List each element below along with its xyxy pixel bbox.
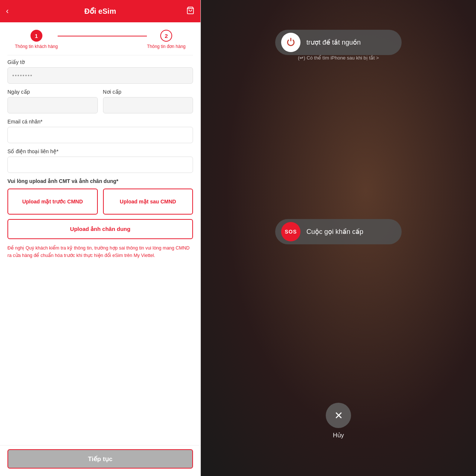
step-2-circle: 2 (160, 30, 172, 42)
left-panel: ‹ Đổi eSim 1 Thông tin khách hàng 2 Thôn… (0, 0, 201, 476)
sos-text: Cuộc gọi khẩn cấp (306, 228, 363, 236)
step-1: 1 Thông tin khách hàng (15, 30, 58, 49)
continue-button[interactable]: Tiếp tục (7, 449, 193, 469)
step-2-label: Thông tin đơn hàng (147, 44, 186, 49)
date-place-row: Ngày cấp Nơi cấp (7, 89, 193, 119)
giay-to-label: Giấy tờ (7, 59, 193, 65)
email-group: Email cá nhân* (7, 119, 193, 143)
back-button[interactable]: ‹ (6, 6, 9, 16)
noi-cap-label: Nơi cấp (103, 89, 193, 95)
app-header: ‹ Đổi eSim (0, 0, 200, 22)
sos-icon-circle: SOS (281, 222, 300, 241)
noi-cap-input[interactable] (103, 97, 193, 113)
giay-to-input[interactable] (7, 67, 193, 84)
power-slider[interactable]: trượt để tắt nguồn (275, 30, 402, 55)
cancel-label: Hủy (333, 432, 344, 439)
sos-slider[interactable]: SOS Cuộc gọi khẩn cấp (275, 219, 402, 244)
phone-input[interactable] (7, 157, 193, 173)
phone-group: Số điện thoại liên hệ* (7, 148, 193, 173)
header-title: Đổi eSim (84, 7, 116, 16)
email-input[interactable] (7, 127, 193, 143)
cancel-button[interactable]: ✕ (326, 403, 351, 428)
power-text: trượt để tắt nguồn (306, 38, 361, 46)
find-iphone-text[interactable]: (↫) Có thể tìm iPhone sau khi bị tắt > (298, 55, 379, 61)
right-panel: trượt để tắt nguồn (↫) Có thể tìm iPhone… (201, 0, 476, 476)
giay-to-group: Giấy tờ (7, 59, 193, 84)
power-section: trượt để tắt nguồn (↫) Có thể tìm iPhone… (275, 30, 402, 61)
phone-label: Số điện thoại liên hệ* (7, 148, 193, 154)
cancel-section: ✕ Hủy (326, 403, 351, 439)
upload-row: Upload mặt trước CMND Upload mặt sau CMN… (7, 189, 193, 215)
step-2: 2 Thông tin đơn hàng (147, 30, 186, 49)
noi-cap-group: Nơi cấp (103, 89, 193, 113)
notice-text: Đề nghị Quý khách kiểm tra kỹ thông tin,… (7, 244, 193, 259)
bottom-bar: Tiếp tục (0, 445, 200, 476)
email-label: Email cá nhân* (7, 119, 193, 125)
ngay-cap-group: Ngày cấp (7, 89, 98, 113)
ngay-cap-input[interactable] (7, 97, 98, 113)
upload-section-label: Vui lòng upload ảnh CMT và ảnh chân dung… (7, 178, 193, 184)
upload-section: Vui lòng upload ảnh CMT và ảnh chân dung… (7, 178, 193, 239)
step-connector (58, 36, 147, 36)
power-icon-circle (281, 33, 300, 52)
cart-icon[interactable] (186, 6, 194, 16)
step-1-label: Thông tin khách hàng (15, 44, 58, 49)
stepper: 1 Thông tin khách hàng 2 Thông tin đơn h… (0, 22, 200, 55)
upload-mat-truoc-button[interactable]: Upload mặt trước CMND (7, 189, 98, 215)
ngay-cap-label: Ngày cấp (7, 89, 98, 95)
sos-label: SOS (285, 229, 297, 235)
cancel-x-icon: ✕ (334, 409, 343, 422)
form-body: Giấy tờ Ngày cấp Nơi cấp Email cá nhân* … (0, 59, 200, 445)
step-1-circle: 1 (30, 30, 42, 42)
upload-mat-sau-button[interactable]: Upload mặt sau CMND (103, 189, 193, 215)
upload-chan-dung-button[interactable]: Upload ảnh chân dung (7, 219, 193, 239)
